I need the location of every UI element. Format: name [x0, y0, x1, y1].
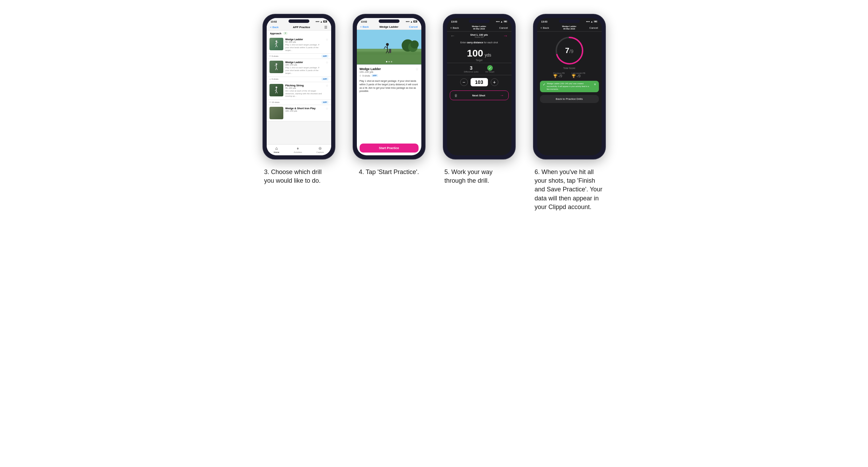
- drill-info-0: Wedge Ladder 50–100 yds Play 1 shot at e…: [285, 38, 324, 52]
- svg-line-5: [276, 45, 277, 47]
- hit-target-label: Hit Target: [485, 71, 495, 73]
- score-text: 7/9: [565, 46, 574, 55]
- phone-frame-1: 13:02 ●●● ▲ 46 < Back APP Practice ☰ App…: [263, 14, 335, 159]
- delete-icon-3[interactable]: 🗑: [454, 94, 458, 97]
- drill-name-2: Pitching String: [285, 84, 324, 87]
- signal-icon-1: ●●●: [316, 20, 319, 23]
- drill-meta-2: ○ 10 shots APP: [267, 100, 331, 105]
- svg-line-10: [276, 68, 277, 70]
- main-container: 13:02 ●●● ▲ 46 < Back APP Practice ☰ App…: [261, 14, 608, 211]
- nav-activities-1[interactable]: ♦ Activities: [294, 146, 302, 153]
- category-label-1: Approach: [270, 32, 282, 35]
- golfer-icon-2: [274, 86, 279, 94]
- nav-title-1: APP Practice: [293, 26, 310, 29]
- drill-desc-0: Play 1 shot at each target yardage. If y…: [285, 44, 324, 52]
- difference-val: 3: [464, 65, 479, 71]
- drill-info-2: Pitching String 55–100 yds Hit 1 shot at…: [285, 84, 324, 98]
- cancel-btn-4[interactable]: Cancel: [590, 26, 598, 29]
- score-denom: /9: [569, 49, 574, 54]
- carry-instruction-3: Enter carry distance for each shot: [447, 40, 512, 45]
- drill-desc-1: Play 1 shot at each target yardage. If y…: [285, 67, 324, 75]
- next-shot-arrow[interactable]: →: [503, 33, 508, 38]
- svg-point-0: [275, 41, 277, 42]
- drill-range-2: 55–100 yds: [285, 87, 324, 89]
- back-drills-btn[interactable]: Back to Practice Drills: [540, 95, 599, 103]
- drill-info-1: Wedge Ladder 100–140 yds Play 1 shot at …: [285, 61, 324, 75]
- drill-item-1[interactable]: Wedge Ladder 100–140 yds Play 1 shot at …: [267, 59, 331, 82]
- back-btn-2[interactable]: < Back: [360, 25, 369, 28]
- menu-btn-1[interactable]: ☰: [324, 25, 327, 29]
- svg-line-4: [275, 45, 276, 47]
- app-badge-2: APP: [321, 101, 328, 104]
- phone-column-1: 13:02 ●●● ▲ 46 < Back APP Practice ☰ App…: [261, 14, 337, 185]
- shot-score-3: Score 5/9: [470, 36, 488, 38]
- start-practice-btn[interactable]: Start Practice: [360, 144, 419, 153]
- svg-point-11: [275, 86, 277, 88]
- back-btn-1[interactable]: < Back: [270, 26, 279, 29]
- category-tag-1: Approach 7: [267, 31, 331, 36]
- dot-3: [391, 61, 392, 62]
- check-icon-toast: ✓: [543, 83, 545, 86]
- back-btn-3[interactable]: < Back: [450, 26, 459, 29]
- svg-line-9: [275, 68, 276, 70]
- wifi-icon-1: ▲: [320, 20, 323, 23]
- next-shot-text: Next Shot: [472, 94, 485, 97]
- app-badge-detail: APP: [371, 74, 378, 77]
- status-icons-4: ●●● ▲ 46: [586, 20, 598, 23]
- cancel-btn-3[interactable]: Cancel: [499, 26, 508, 29]
- home-icon-1: ⌂: [275, 146, 278, 151]
- phone-screen-1: 13:02 ●●● ▲ 46 < Back APP Practice ☰ App…: [267, 18, 331, 155]
- shots-1: ○ 9 shots: [269, 78, 278, 81]
- star-icon-1[interactable]: ☆: [326, 61, 328, 64]
- prev-shot-arrow[interactable]: ←: [450, 33, 455, 38]
- nav-home-1[interactable]: ⌂ Home: [274, 146, 279, 153]
- clock-icon-2: ○: [269, 101, 271, 104]
- phone-column-3: 13:03 ●●● ▲ 46 < Back Wedge Ladder 06 Ma…: [441, 14, 517, 185]
- golf-scene-svg: [357, 30, 421, 64]
- pb-row: Previous PB 🏆 -/9 Last month PB 🏆 -/9: [537, 71, 602, 79]
- star-icon-3[interactable]: ☆: [326, 107, 328, 110]
- nav-title-4: Wedge Ladder 06 Mar 2023: [562, 25, 576, 30]
- battery-icon-1: 46: [323, 20, 327, 23]
- plus-btn-3[interactable]: +: [491, 78, 498, 86]
- caption-3: 5. Work your way through the drill.: [445, 168, 514, 185]
- close-icon-toast[interactable]: ×: [594, 83, 596, 86]
- star-icon-2[interactable]: ☆: [326, 84, 328, 87]
- drill-info-3: Wedge & Short Iron Play 100–140 yds: [285, 107, 324, 113]
- notch-2: [379, 19, 399, 23]
- star-icon-0[interactable]: ☆: [326, 38, 328, 41]
- notch-4: [559, 19, 580, 23]
- score-main: 7: [565, 46, 569, 55]
- status-icons-3: ●●● ▲ 46: [496, 20, 507, 23]
- drill-item-0[interactable]: Wedge Ladder 50–100 yds Play 1 shot at e…: [267, 36, 331, 59]
- home-label-1: Home: [274, 151, 279, 153]
- star-icon-detail[interactable]: ☆: [415, 67, 419, 71]
- drill-detail-2: Wedge Ladder 100–140 yds ☆ ○ 9 shots APP…: [357, 64, 421, 141]
- notch-3: [469, 19, 490, 23]
- last-month-pb-val: 🏆 -/9: [571, 74, 585, 78]
- drill-list-1: Wedge Ladder 50–100 yds Play 1 shot at e…: [267, 36, 331, 144]
- next-shot-bar[interactable]: 🗑 Next Shot →: [450, 90, 509, 100]
- nav-capture-1[interactable]: ⊕ Capture: [316, 146, 324, 153]
- distance-input-3[interactable]: 103: [471, 78, 488, 86]
- hit-target-stat: ✓ Hit Target: [485, 65, 495, 73]
- app-badge-0: APP: [321, 55, 328, 58]
- drill-item-3[interactable]: Wedge & Short Iron Play 100–140 yds ☆: [267, 105, 331, 121]
- back-btn-4[interactable]: < Back: [541, 26, 549, 29]
- clock-icon-1: ○: [269, 78, 271, 81]
- toast-text: 'Wedge Ladder (100–140 yds)' was created…: [547, 83, 593, 90]
- shot-info-3: Shot 1, 100 yds Score 5/9: [470, 34, 488, 38]
- cancel-btn-2[interactable]: Cancel: [409, 25, 418, 28]
- shot-nav-3: ← Shot 1, 100 yds Score 5/9 →: [447, 32, 512, 40]
- target-label-3: Target: [447, 59, 512, 61]
- notch-1: [289, 19, 309, 23]
- minus-btn-3[interactable]: −: [460, 78, 468, 86]
- caption-2: 4. Tap 'Start Practice'.: [359, 168, 419, 176]
- golfer-icon-0: [274, 40, 279, 48]
- svg-line-15: [276, 91, 277, 93]
- nav-title-2: Wedge Ladder: [379, 25, 398, 28]
- drill-item-2[interactable]: Pitching String 55–100 yds Hit 1 shot at…: [267, 82, 331, 105]
- detail-shots-2: ○ 9 shots APP: [360, 74, 419, 77]
- drill-meta-0: ○ 9 shots APP: [267, 54, 331, 59]
- hit-target-icon: ✓: [487, 65, 493, 71]
